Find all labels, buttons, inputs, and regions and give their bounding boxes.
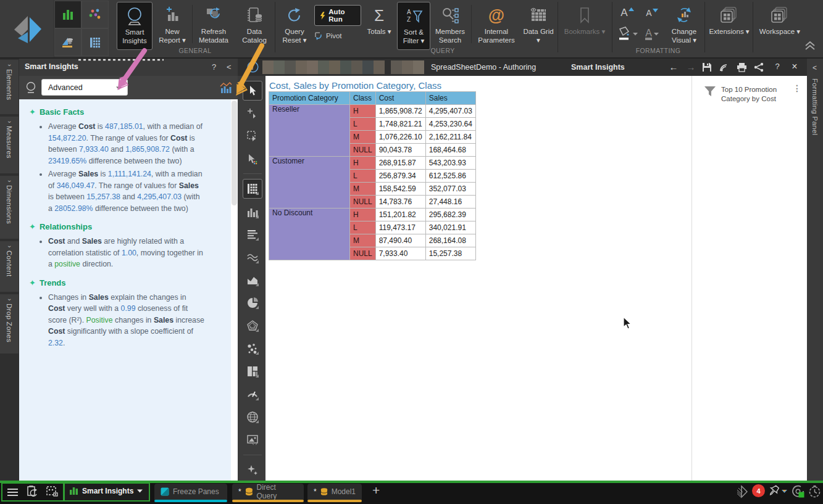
sales-cell[interactable]: 352,077.03 <box>425 183 475 196</box>
cost-cell[interactable]: 119,473.17 <box>375 221 425 234</box>
class-cell[interactable]: H <box>350 209 376 221</box>
cost-cell[interactable]: 7,933.40 <box>375 247 425 260</box>
fill-color-button[interactable] <box>616 25 638 43</box>
live-data-button[interactable] <box>719 62 730 74</box>
forward-button[interactable]: → <box>684 62 698 72</box>
class-cell[interactable]: H <box>350 105 376 118</box>
tile-data-grid[interactable] <box>81 28 109 56</box>
cost-cell[interactable]: 158,542.59 <box>375 183 425 196</box>
cost-cell[interactable]: 1,076,226.10 <box>375 131 425 144</box>
column-header[interactable]: Class <box>350 92 376 105</box>
table-row[interactable]: CustomerH268,915.87543,203.93 <box>269 157 476 170</box>
checkout-history-button[interactable] <box>26 485 38 500</box>
members-search-button[interactable]: Members Search <box>432 2 469 50</box>
scatter-chart-tool[interactable] <box>243 339 262 358</box>
app-logo[interactable] <box>0 0 54 57</box>
class-cell[interactable]: M <box>350 183 376 196</box>
pointer-tool[interactable] <box>243 81 262 101</box>
bar-chart-tool[interactable] <box>243 202 262 222</box>
extensions-button[interactable]: Extensions ▾ <box>708 2 751 50</box>
template-picker-button[interactable] <box>46 485 59 500</box>
radar-chart-tool[interactable] <box>243 316 262 336</box>
sales-cell[interactable]: 4,295,407.03 <box>425 105 475 118</box>
cost-cell[interactable]: 268,915.87 <box>375 157 425 170</box>
class-cell[interactable]: L <box>350 170 376 183</box>
ai-assist-tool[interactable] <box>243 460 262 480</box>
sidebar-tab-drop-zones[interactable]: ›Drop Zones <box>0 294 19 353</box>
sales-cell[interactable]: 340,021.91 <box>425 221 475 234</box>
class-cell[interactable]: NULL <box>350 196 376 209</box>
column-header[interactable]: Promotion Category <box>269 92 350 105</box>
text-list-tool[interactable] <box>243 225 262 244</box>
map-tool[interactable] <box>243 407 262 427</box>
change-visual-button[interactable]: Change Visual ▾ <box>666 2 703 50</box>
class-cell[interactable]: L <box>350 118 376 131</box>
close-button[interactable]: × <box>788 61 801 72</box>
sales-cell[interactable]: 27,448.16 <box>425 196 475 209</box>
pie-chart-tool[interactable] <box>243 293 262 313</box>
taskbar-tab-freeze-panes[interactable]: Freeze Panes <box>154 484 227 500</box>
help-button[interactable]: ? <box>771 62 784 71</box>
engine-status-icon[interactable] <box>735 485 748 501</box>
cost-cell[interactable]: 87,490.40 <box>375 234 425 247</box>
sidebar-tab-elements[interactable]: ›Elements <box>0 60 19 114</box>
new-tab-button[interactable]: + <box>372 483 380 498</box>
sales-cell[interactable]: 2,162,211.84 <box>425 131 475 144</box>
category-cell[interactable]: Reseller <box>269 105 350 157</box>
data-catalog-button[interactable]: Data Catalog <box>236 2 272 50</box>
pin-caret-icon[interactable] <box>782 489 787 494</box>
rectangle-select-tool[interactable] <box>243 126 262 146</box>
info-icon[interactable]: i <box>247 61 259 75</box>
treemap-tool[interactable] <box>243 361 262 381</box>
new-report-button[interactable]: New Report ▾ <box>155 2 190 50</box>
taskbar-tab-smart-insights[interactable]: Smart Insights <box>69 486 143 495</box>
sales-cell[interactable]: 268,164.08 <box>425 234 475 247</box>
taskbar-tab-direct-query[interactable]: * Direct Query <box>232 484 304 500</box>
refresh-metadata-button[interactable]: Refresh Metadata <box>193 2 234 50</box>
scheduler-icon[interactable] <box>808 485 821 500</box>
query-reset-button[interactable]: Query Reset ▾ <box>277 2 312 50</box>
class-cell[interactable]: M <box>350 131 376 144</box>
bookmarks-button[interactable]: Bookmarks ▾ <box>560 2 609 50</box>
tile-scatter[interactable] <box>81 1 109 28</box>
pin-button[interactable] <box>768 484 780 500</box>
category-cell[interactable]: Customer <box>269 157 350 209</box>
sales-cell[interactable]: 612,525.86 <box>425 170 475 183</box>
smart-insights-button[interactable]: Smart Insights <box>117 2 152 50</box>
cost-cell[interactable]: 90,043.78 <box>375 144 425 157</box>
panel-scrollbar[interactable] <box>231 99 238 481</box>
sidebar-tab-dimensions[interactable]: ›Dimensions <box>0 176 19 239</box>
font-color-button[interactable]: A <box>641 25 663 43</box>
totals-button[interactable]: Σ Totals ▾ <box>364 2 395 50</box>
share-button[interactable] <box>754 62 764 74</box>
cost-cell[interactable]: 1,748,821.21 <box>375 118 425 131</box>
table-row[interactable]: ResellerH1,865,908.724,295,407.03 <box>269 105 476 118</box>
decrease-font-button[interactable]: A <box>641 4 663 22</box>
taskbar-tab-model1[interactable]: * Model1 <box>307 484 362 500</box>
sales-cell[interactable]: 15,257.38 <box>425 247 475 260</box>
cost-cell[interactable]: 14,783.76 <box>375 196 425 209</box>
class-cell[interactable]: M <box>350 234 376 247</box>
table-visual-tool[interactable] <box>243 179 262 199</box>
tile-bar-chart[interactable] <box>54 1 81 28</box>
expand-formatting-panel-button[interactable]: < <box>813 64 817 72</box>
scrollbar-thumb[interactable] <box>232 101 237 205</box>
formatting-panel-strip[interactable]: < Formatting Panel <box>807 59 823 481</box>
tile-metric-set[interactable] <box>54 28 81 56</box>
class-cell[interactable]: H <box>350 157 376 170</box>
data-table[interactable]: Promotion Category Class Cost Sales Rese… <box>269 91 476 260</box>
sidebar-tab-measures[interactable]: ›Measures <box>0 117 19 173</box>
show-insight-charts-button[interactable] <box>219 81 233 97</box>
sales-cell[interactable]: 168,464.68 <box>425 144 475 157</box>
sidebar-tab-content[interactable]: ›Content <box>0 241 19 292</box>
sales-cell[interactable]: 295,682.39 <box>425 209 475 221</box>
filter-menu-button[interactable]: ⋮ <box>793 86 801 91</box>
table-row[interactable]: No DiscountH151,201.82295,682.39 <box>269 209 476 221</box>
collapse-ribbon-button[interactable] <box>804 41 816 53</box>
data-grid-button[interactable]: Data Grid ▾ <box>522 2 555 50</box>
image-tool[interactable] <box>243 430 262 450</box>
cost-cell[interactable]: 151,201.82 <box>375 209 425 221</box>
column-header[interactable]: Cost <box>375 92 425 105</box>
auto-run-toggle[interactable]: Auto Run <box>314 5 361 26</box>
sort-filter-button[interactable]: AZ Sort & Filter ▾ <box>397 2 430 50</box>
